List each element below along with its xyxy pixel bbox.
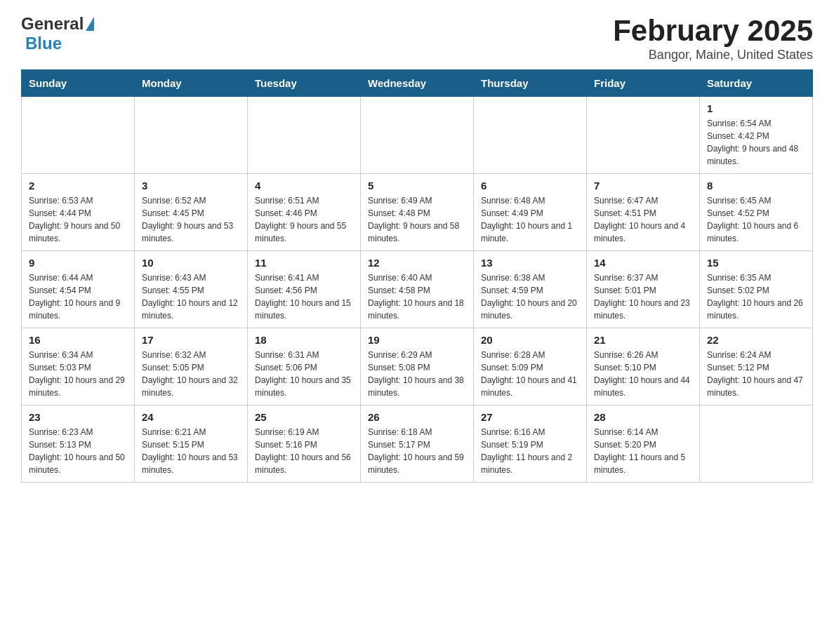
day-number: 23 [29,411,127,423]
day-info: Sunrise: 6:45 AM Sunset: 4:52 PM Dayligh… [707,194,805,245]
calendar-cell: 10Sunrise: 6:43 AM Sunset: 4:55 PM Dayli… [135,251,248,328]
week-row-2: 2Sunrise: 6:53 AM Sunset: 4:44 PM Daylig… [22,174,813,251]
calendar-cell: 11Sunrise: 6:41 AM Sunset: 4:56 PM Dayli… [248,251,361,328]
weekday-header-friday: Friday [587,70,700,97]
calendar-cell: 3Sunrise: 6:52 AM Sunset: 4:45 PM Daylig… [135,174,248,251]
day-number: 3 [142,180,240,192]
day-info: Sunrise: 6:21 AM Sunset: 5:15 PM Dayligh… [142,426,240,476]
calendar-cell: 18Sunrise: 6:31 AM Sunset: 5:06 PM Dayli… [248,328,361,405]
calendar-cell: 23Sunrise: 6:23 AM Sunset: 5:13 PM Dayli… [22,405,135,483]
day-info: Sunrise: 6:32 AM Sunset: 5:05 PM Dayligh… [142,349,240,399]
day-number: 14 [594,257,692,269]
calendar-cell: 26Sunrise: 6:18 AM Sunset: 5:17 PM Dayli… [361,405,474,483]
weekday-header-tuesday: Tuesday [248,70,361,97]
day-number: 4 [255,180,353,192]
day-number: 7 [594,180,692,192]
calendar-cell: 16Sunrise: 6:34 AM Sunset: 5:03 PM Dayli… [22,328,135,405]
weekday-header-sunday: Sunday [22,70,135,97]
calendar-table: SundayMondayTuesdayWednesdayThursdayFrid… [21,69,813,483]
calendar-cell: 4Sunrise: 6:51 AM Sunset: 4:46 PM Daylig… [248,174,361,251]
day-number: 6 [481,180,579,192]
calendar-cell: 7Sunrise: 6:47 AM Sunset: 4:51 PM Daylig… [587,174,700,251]
calendar-cell: 20Sunrise: 6:28 AM Sunset: 5:09 PM Dayli… [474,328,587,405]
page-title: February 2025 [613,14,813,48]
calendar-cell: 2Sunrise: 6:53 AM Sunset: 4:44 PM Daylig… [22,174,135,251]
calendar-cell: 21Sunrise: 6:26 AM Sunset: 5:10 PM Dayli… [587,328,700,405]
day-info: Sunrise: 6:26 AM Sunset: 5:10 PM Dayligh… [594,349,692,399]
day-info: Sunrise: 6:38 AM Sunset: 4:59 PM Dayligh… [481,271,579,322]
day-info: Sunrise: 6:34 AM Sunset: 5:03 PM Dayligh… [29,349,127,399]
day-info: Sunrise: 6:53 AM Sunset: 4:44 PM Dayligh… [29,194,127,245]
day-info: Sunrise: 6:14 AM Sunset: 5:20 PM Dayligh… [594,426,692,476]
calendar-cell: 5Sunrise: 6:49 AM Sunset: 4:48 PM Daylig… [361,174,474,251]
week-row-4: 16Sunrise: 6:34 AM Sunset: 5:03 PM Dayli… [22,328,813,405]
logo-blue-text: Blue [25,34,62,53]
day-info: Sunrise: 6:24 AM Sunset: 5:12 PM Dayligh… [707,349,805,399]
calendar-cell: 24Sunrise: 6:21 AM Sunset: 5:15 PM Dayli… [135,405,248,483]
calendar-cell: 6Sunrise: 6:48 AM Sunset: 4:49 PM Daylig… [474,174,587,251]
page-header: General Blue February 2025 Bangor, Maine… [21,14,813,62]
day-number: 1 [707,102,805,114]
day-number: 25 [255,411,353,423]
day-info: Sunrise: 6:23 AM Sunset: 5:13 PM Dayligh… [29,426,127,476]
day-info: Sunrise: 6:49 AM Sunset: 4:48 PM Dayligh… [368,194,466,245]
calendar-cell [361,97,474,174]
day-info: Sunrise: 6:43 AM Sunset: 4:55 PM Dayligh… [142,271,240,322]
day-info: Sunrise: 6:19 AM Sunset: 5:16 PM Dayligh… [255,426,353,476]
day-number: 2 [29,180,127,192]
day-number: 5 [368,180,466,192]
day-number: 19 [368,334,466,346]
week-row-5: 23Sunrise: 6:23 AM Sunset: 5:13 PM Dayli… [22,405,813,483]
day-info: Sunrise: 6:37 AM Sunset: 5:01 PM Dayligh… [594,271,692,322]
day-info: Sunrise: 6:28 AM Sunset: 5:09 PM Dayligh… [481,349,579,399]
day-info: Sunrise: 6:35 AM Sunset: 5:02 PM Dayligh… [707,271,805,322]
day-number: 20 [481,334,579,346]
day-number: 15 [707,257,805,269]
logo-general-text: General [21,14,84,34]
day-number: 11 [255,257,353,269]
day-number: 10 [142,257,240,269]
calendar-cell [22,97,135,174]
day-number: 26 [368,411,466,423]
day-number: 28 [594,411,692,423]
calendar-cell: 15Sunrise: 6:35 AM Sunset: 5:02 PM Dayli… [700,251,813,328]
calendar-cell: 12Sunrise: 6:40 AM Sunset: 4:58 PM Dayli… [361,251,474,328]
day-info: Sunrise: 6:47 AM Sunset: 4:51 PM Dayligh… [594,194,692,245]
day-info: Sunrise: 6:41 AM Sunset: 4:56 PM Dayligh… [255,271,353,322]
day-number: 12 [368,257,466,269]
calendar-cell: 14Sunrise: 6:37 AM Sunset: 5:01 PM Dayli… [587,251,700,328]
calendar-cell: 17Sunrise: 6:32 AM Sunset: 5:05 PM Dayli… [135,328,248,405]
day-number: 9 [29,257,127,269]
day-info: Sunrise: 6:16 AM Sunset: 5:19 PM Dayligh… [481,426,579,476]
calendar-cell: 28Sunrise: 6:14 AM Sunset: 5:20 PM Dayli… [587,405,700,483]
calendar-cell: 13Sunrise: 6:38 AM Sunset: 4:59 PM Dayli… [474,251,587,328]
day-number: 16 [29,334,127,346]
day-number: 8 [707,180,805,192]
calendar-cell: 8Sunrise: 6:45 AM Sunset: 4:52 PM Daylig… [700,174,813,251]
day-number: 18 [255,334,353,346]
day-info: Sunrise: 6:54 AM Sunset: 4:42 PM Dayligh… [707,117,805,168]
day-number: 24 [142,411,240,423]
calendar-cell [474,97,587,174]
week-row-3: 9Sunrise: 6:44 AM Sunset: 4:54 PM Daylig… [22,251,813,328]
calendar-cell: 27Sunrise: 6:16 AM Sunset: 5:19 PM Dayli… [474,405,587,483]
day-info: Sunrise: 6:52 AM Sunset: 4:45 PM Dayligh… [142,194,240,245]
day-info: Sunrise: 6:48 AM Sunset: 4:49 PM Dayligh… [481,194,579,245]
day-info: Sunrise: 6:29 AM Sunset: 5:08 PM Dayligh… [368,349,466,399]
calendar-cell [700,405,813,483]
day-info: Sunrise: 6:44 AM Sunset: 4:54 PM Dayligh… [29,271,127,322]
day-number: 13 [481,257,579,269]
weekday-header-monday: Monday [135,70,248,97]
day-number: 22 [707,334,805,346]
page-subtitle: Bangor, Maine, United States [613,48,813,62]
calendar-cell: 22Sunrise: 6:24 AM Sunset: 5:12 PM Dayli… [700,328,813,405]
calendar-cell [135,97,248,174]
day-info: Sunrise: 6:18 AM Sunset: 5:17 PM Dayligh… [368,426,466,476]
day-info: Sunrise: 6:51 AM Sunset: 4:46 PM Dayligh… [255,194,353,245]
weekday-header-wednesday: Wednesday [361,70,474,97]
calendar-cell: 25Sunrise: 6:19 AM Sunset: 5:16 PM Dayli… [248,405,361,483]
calendar-cell: 9Sunrise: 6:44 AM Sunset: 4:54 PM Daylig… [22,251,135,328]
title-block: February 2025 Bangor, Maine, United Stat… [613,14,813,62]
day-info: Sunrise: 6:40 AM Sunset: 4:58 PM Dayligh… [368,271,466,322]
calendar-cell [587,97,700,174]
